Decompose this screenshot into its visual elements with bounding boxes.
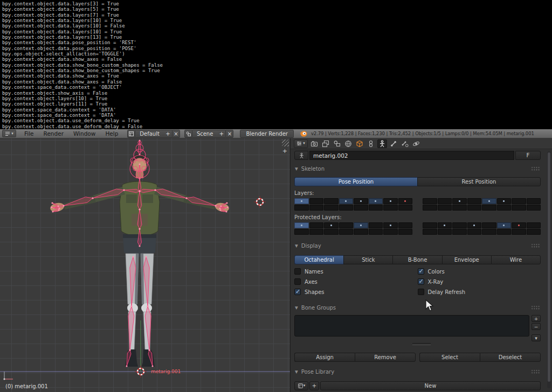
armature-layer-toggle[interactable] [398,229,413,235]
armature-layer-toggle[interactable] [497,222,512,228]
3d-viewport[interactable]: metarig.001 (0) metarig.001 + [0,138,290,392]
armature-layer-toggle[interactable] [482,198,496,204]
tab-object[interactable] [355,139,364,148]
panel-drag-grip[interactable] [531,369,540,374]
armature-layer-toggle[interactable] [309,222,324,228]
deselect-button[interactable]: Deselect [480,353,541,362]
armature-layer-toggle[interactable] [527,222,541,228]
menu-file[interactable]: File [19,130,39,137]
armature-name-field[interactable]: metarig.002 [309,151,514,160]
armature-layer-toggle[interactable] [309,229,324,235]
axes-option[interactable]: Axes [294,278,418,285]
add-scene-button[interactable]: + [217,130,225,138]
screen-layout-browse-button[interactable] [127,130,135,138]
armature-layer-toggle[interactable] [527,205,541,211]
delay-refresh-checkbox[interactable] [418,289,424,295]
mode-stick-button[interactable]: Stick [343,255,392,264]
armature-layer-toggle[interactable] [423,205,437,211]
armature-layer-toggle[interactable] [527,198,541,204]
fake-user-button[interactable]: F [515,151,541,160]
armature-layer-toggle[interactable] [452,222,467,228]
mode-wire-button[interactable]: Wire [491,255,541,264]
assign-button[interactable]: Assign [294,353,355,362]
armature-layer-toggle[interactable] [423,222,437,228]
armature-layer-toggle[interactable] [512,205,526,211]
tab-render-layers[interactable] [321,139,330,148]
armature-layer-toggle[interactable] [324,229,339,235]
bone-group-specials-button[interactable]: ▾ [532,334,541,341]
armature-layer-toggle[interactable] [369,222,383,228]
region-corner-grip[interactable] [282,139,289,146]
armature-layer-toggle[interactable] [294,229,309,235]
properties-editor-selector[interactable]: ▾ [294,139,308,148]
menu-render[interactable]: Render [39,130,68,137]
tab-constraints[interactable] [366,139,376,148]
armature-layer-toggle[interactable] [438,229,452,235]
menu-help[interactable]: Help [100,130,123,137]
armature-layer-toggle[interactable] [339,222,354,228]
armature-layer-toggle[interactable] [482,205,496,211]
rest-position-button[interactable]: Rest Position [417,177,541,186]
skeleton-panel-header[interactable]: ▼ Skeleton [291,164,552,173]
armature-layer-toggle[interactable] [438,222,452,228]
armature-layer-toggle[interactable] [438,198,452,204]
armature-layer-toggle[interactable] [482,222,496,228]
armature-layer-toggle[interactable] [383,205,398,211]
tab-scene[interactable] [332,139,342,148]
close-scene-button[interactable]: × [225,130,233,138]
armature-layer-toggle[interactable] [369,205,383,211]
properties-scrollbar[interactable] [547,151,551,388]
shapes-checkbox[interactable] [294,289,301,295]
tab-world[interactable] [343,139,353,148]
display-panel-header[interactable]: ▼ Display [291,241,552,250]
scrollbar-thumb[interactable] [548,152,550,382]
armature-layer-toggle[interactable] [294,205,309,211]
armature-layer-toggle[interactable] [354,222,368,228]
delay-refresh-option[interactable]: Delay Refresh [418,288,541,296]
armature-layer-toggle[interactable] [467,198,482,204]
armature-layer-toggle[interactable] [452,229,467,235]
armature-layer-toggle[interactable] [512,198,526,204]
colors-checkbox[interactable] [418,268,424,275]
panel-drag-grip[interactable] [531,305,540,310]
armature-layer-toggle[interactable] [497,205,512,211]
armature-layer-toggle[interactable] [438,205,452,211]
mode-envelope-button[interactable]: Envelope [442,255,491,264]
armature-layer-toggle[interactable] [339,229,354,235]
armature-layer-toggle[interactable] [512,222,526,228]
tab-bone[interactable] [389,139,398,148]
new-pose-library-button[interactable]: New [320,381,541,390]
add-bone-group-button[interactable]: + [532,315,541,322]
armature-layer-toggle[interactable] [497,198,512,204]
screen-layout-name[interactable]: Default [135,130,164,138]
armature-layer-toggle[interactable] [383,229,398,235]
armature-layer-toggle[interactable] [527,229,541,235]
pose-library-panel-header[interactable]: ▼ Pose Library [291,367,552,376]
armature-layer-toggle[interactable] [324,198,339,204]
axes-checkbox[interactable] [294,278,301,285]
tab-render[interactable] [309,139,319,148]
armature-layer-toggle[interactable] [309,205,324,211]
tab-armature-data[interactable] [377,139,387,148]
names-checkbox[interactable] [294,268,301,275]
armature-layer-toggle[interactable] [383,222,398,228]
armature-layer-toggle[interactable] [398,222,413,228]
remove-bone-group-button[interactable]: − [532,323,541,330]
scene-name[interactable]: Scene [192,130,218,138]
armature-layer-toggle[interactable] [452,205,467,211]
armature-layer-toggle[interactable] [398,205,413,211]
armature-layer-toggle[interactable] [423,229,437,235]
armature-layer-toggle[interactable] [383,198,398,204]
xray-option[interactable]: X-Ray [418,278,541,285]
render-engine-select[interactable]: Blender Render [240,130,294,138]
list-resize-grip[interactable] [412,343,431,345]
armature-layer-toggle[interactable] [339,198,354,204]
armature-layer-toggle[interactable] [339,205,354,211]
shapes-option[interactable]: Shapes [294,288,418,296]
menu-window[interactable]: Window [68,130,100,137]
pose-position-button[interactable]: Pose Position [294,177,417,186]
editor-type-button[interactable]: ▾ [2,130,16,137]
armature-layer-toggle[interactable] [369,198,383,204]
armature-layer-toggle[interactable] [294,198,309,204]
armature-layer-toggle[interactable] [467,229,482,235]
